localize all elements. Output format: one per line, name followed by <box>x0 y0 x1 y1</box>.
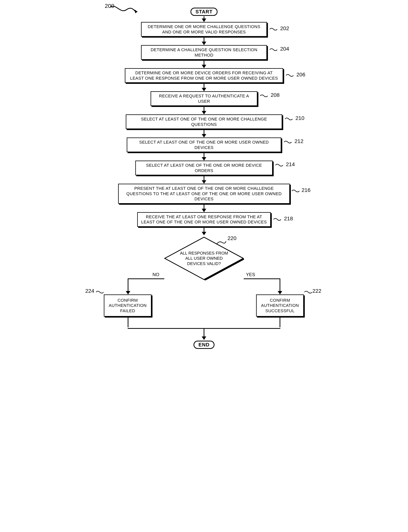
arrow-icon <box>204 16 204 22</box>
step-206: DETERMINE ONE OR MORE DEVICE ORDERS FOR … <box>125 68 283 83</box>
arrow-icon <box>204 204 204 212</box>
decision-branches: NO YES CONFIRM AUTHENTICATION FAILED 224… <box>112 279 296 328</box>
ref-206: 206 <box>296 72 305 78</box>
step-210: SELECT AT LEAST ONE OF THE ONE OR MORE C… <box>126 114 282 129</box>
leader-icon <box>270 27 277 31</box>
step-212: SELECT AT LEAST ONE OF THE ONE OR MORE U… <box>127 138 281 152</box>
svg-marker-0 <box>135 9 137 13</box>
step-222: CONFIRM AUTHENTICATION SUCCESSFUL <box>256 295 304 317</box>
decision-220: ALL RESPONSES FROM ALL USER OWNED DEVICE… <box>164 236 244 280</box>
ref-204: 204 <box>280 46 289 52</box>
arrowhead-icon <box>278 291 282 295</box>
figure-ref-leader-icon <box>109 4 139 19</box>
step-224: CONFIRM AUTHENTICATION FAILED <box>104 295 152 317</box>
leader-icon <box>273 218 281 221</box>
ref-214: 214 <box>286 161 295 167</box>
leader-icon <box>292 189 299 193</box>
step-218: RECEIVE THE AT LEAST ONE RESPONSE FROM T… <box>137 212 271 227</box>
ref-210: 210 <box>295 115 304 121</box>
yes-label: YES <box>246 272 255 277</box>
main-column: START DETERMINE ONE OR MORE CHALLENGE QU… <box>103 8 305 349</box>
start-terminator: START <box>190 8 218 16</box>
ref-202: 202 <box>280 25 289 32</box>
connector <box>128 317 128 327</box>
connector <box>244 279 280 279</box>
merge-connector <box>112 328 296 351</box>
leader-icon <box>275 163 283 167</box>
leader-icon <box>96 290 104 294</box>
ref-212: 212 <box>294 138 303 144</box>
step-204: DETERMINE A CHALLENGE QUESTION SELECTION… <box>141 45 267 60</box>
arrow-icon <box>204 227 204 235</box>
leader-icon <box>260 94 268 98</box>
step-214: SELECT AT LEAST ONE OF THE ONE OR MORE D… <box>135 161 273 175</box>
arrow-icon <box>204 83 204 91</box>
no-label: NO <box>153 272 159 277</box>
arrow-icon <box>204 37 204 45</box>
flowchart-diagram: 200 START DETERMINE ONE OR MORE CHALLENG… <box>103 8 305 349</box>
leader-icon <box>284 140 292 144</box>
connector <box>280 317 280 327</box>
arrow-icon <box>204 106 204 114</box>
arrowhead-icon <box>126 291 130 295</box>
ref-224: 224 <box>85 288 94 294</box>
connector <box>280 279 280 292</box>
step-208: RECEIVE A REQUEST TO AUTHENTICATE A USER <box>151 91 257 106</box>
arrow-icon <box>204 176 204 183</box>
leader-icon <box>304 290 312 294</box>
leader-icon <box>270 48 277 52</box>
leader-icon <box>286 73 294 77</box>
arrow-icon <box>204 130 204 137</box>
leader-icon <box>285 117 293 121</box>
arrow-icon <box>204 60 204 68</box>
step-216: PRESENT THE AT LEAST ONE OF THE ONE OR M… <box>118 184 290 204</box>
ref-220: 220 <box>228 235 237 241</box>
step-202: DETERMINE ONE OR MORE CHALLENGE QUESTION… <box>141 22 267 37</box>
arrowhead-icon <box>202 336 206 340</box>
connector <box>128 279 164 279</box>
ref-208: 208 <box>271 92 280 98</box>
decision-text: ALL RESPONSES FROM ALL USER OWNED DEVICE… <box>179 250 229 266</box>
leader-icon <box>217 240 226 245</box>
ref-216: 216 <box>302 187 310 193</box>
ref-222: 222 <box>312 288 321 294</box>
connector <box>204 328 204 337</box>
ref-218: 218 <box>284 216 293 222</box>
arrow-icon <box>204 153 204 160</box>
connector <box>128 279 128 292</box>
